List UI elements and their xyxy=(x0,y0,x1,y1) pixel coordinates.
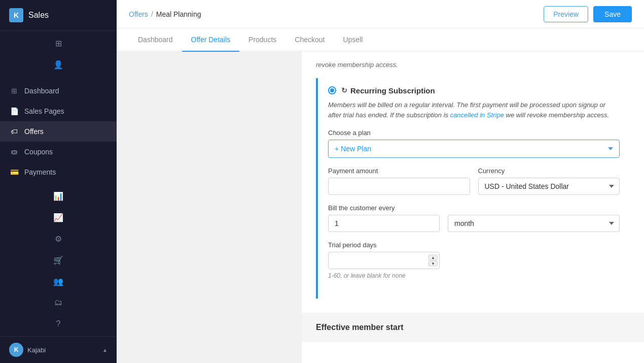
trial-period-label: Trial period days xyxy=(328,241,620,249)
bill-every-group: Bill the customer every month year week xyxy=(328,204,620,232)
cancelled-in-stripe-link[interactable]: cancelled in Stripe xyxy=(450,111,504,119)
sidebar-item-manual-signups[interactable]: ✍ Manual Signups xyxy=(0,182,117,184)
sidebar-item-sales-pages-label: Sales Pages xyxy=(24,107,64,115)
tab-checkout[interactable]: Checkout xyxy=(285,28,334,52)
trial-period-input[interactable] xyxy=(328,252,440,269)
trial-increment-button[interactable]: ▲ xyxy=(428,255,438,260)
payment-amount-input[interactable] xyxy=(328,178,470,195)
recurring-subscription-label: ↻ Recurring Subscription xyxy=(341,86,435,95)
trial-input-wrapper: ▲ ▼ xyxy=(328,252,440,269)
bill-every-row: month year week xyxy=(328,215,620,232)
breadcrumb-current-page: Meal Planning xyxy=(156,10,201,18)
sidebar-item-payments-label: Payments xyxy=(24,168,56,176)
sidebar-user-name: Kajabi xyxy=(27,346,46,354)
topbar-actions: Preview Save xyxy=(544,6,632,22)
form-panel: revoke membership access. ↻ Recurring Su… xyxy=(302,52,644,313)
trial-hint-text: 1-60, or leave blank for none xyxy=(328,272,620,279)
bill-number-input[interactable] xyxy=(328,215,440,232)
sidebar-item-sales-pages[interactable]: 📄 Sales Pages xyxy=(0,101,117,121)
sidebar-icon-growth[interactable]: 📈 xyxy=(0,207,117,227)
sidebar-icon-grid[interactable]: ⊞ xyxy=(0,33,117,53)
sidebar-icon-settings[interactable]: ⚙ xyxy=(0,228,117,249)
payment-amount-label: Payment amount xyxy=(328,167,470,175)
sidebar-icon-strip-top: ⊞ 👤 xyxy=(0,31,117,77)
sidebar-icon-store[interactable]: 🛒 xyxy=(0,250,117,270)
sidebar-item-offers[interactable]: 🏷 Offers xyxy=(0,121,117,142)
sidebar-item-coupons[interactable]: 🎟 Coupons xyxy=(0,142,117,162)
bill-period-select[interactable]: month year week xyxy=(448,215,620,232)
recurring-subscription-section: ↻ Recurring Subscription Members will be… xyxy=(316,78,630,299)
choose-plan-label: Choose a plan xyxy=(328,129,620,137)
trial-decrement-button[interactable]: ▼ xyxy=(428,261,438,267)
top-info-text: revoke membership access. xyxy=(316,60,630,78)
sidebar-logo[interactable]: K Sales xyxy=(0,0,117,31)
tab-upsell[interactable]: Upsell xyxy=(334,28,372,52)
main-area: Offers / Meal Planning Preview Save Dash… xyxy=(117,0,644,363)
dashboard-icon: ⊞ xyxy=(9,86,19,96)
payment-currency-row: Payment amount Currency USD - United Sta… xyxy=(328,167,620,204)
sidebar-icon-community[interactable]: 👥 xyxy=(0,271,117,291)
sidebar-icon-help[interactable]: ? xyxy=(0,314,117,334)
refresh-icon: ↻ xyxy=(341,86,347,94)
sidebar-icon-reports[interactable]: 🗂 xyxy=(0,292,117,313)
payment-amount-group: Payment amount xyxy=(328,167,470,195)
breadcrumb-offers-link[interactable]: Offers xyxy=(129,10,148,18)
content-right-panel: revoke membership access. ↻ Recurring Su… xyxy=(302,52,644,363)
app-name: Sales xyxy=(28,11,49,20)
app-logo-icon: K xyxy=(9,8,23,22)
topbar: Offers / Meal Planning Preview Save xyxy=(117,0,644,28)
sidebar-nav: ⊞ Dashboard 📄 Sales Pages 🏷 Offers 🎟 Cou… xyxy=(0,77,117,184)
offers-icon: 🏷 xyxy=(9,126,19,137)
sidebar-user[interactable]: K Kajabi ▲ xyxy=(0,336,117,363)
trial-period-group: Trial period days ▲ ▼ 1-60, or leave bla… xyxy=(328,241,620,279)
preview-button[interactable]: Preview xyxy=(544,6,588,22)
trial-spinners: ▲ ▼ xyxy=(428,255,438,267)
sidebar-item-offers-label: Offers xyxy=(24,127,44,136)
content-area: revoke membership access. ↻ Recurring Su… xyxy=(117,52,644,363)
currency-group: Currency USD - United States Dollar xyxy=(478,167,620,195)
recurring-subscription-radio[interactable] xyxy=(328,86,336,94)
breadcrumb: Offers / Meal Planning xyxy=(129,10,201,18)
avatar: K xyxy=(9,343,23,357)
chevron-up-icon: ▲ xyxy=(102,347,108,353)
effective-member-start-title: Effective member start xyxy=(316,323,630,332)
sidebar-item-dashboard[interactable]: ⊞ Dashboard xyxy=(0,81,117,101)
radio-row: ↻ Recurring Subscription xyxy=(328,86,620,95)
subscription-description: Members will be billed on a regular inte… xyxy=(328,100,620,121)
save-button[interactable]: Save xyxy=(593,6,632,22)
content-left-panel xyxy=(117,52,302,363)
bill-every-label: Bill the customer every xyxy=(328,204,620,212)
sidebar-item-dashboard-label: Dashboard xyxy=(24,87,59,95)
coupons-icon: 🎟 xyxy=(9,147,19,157)
sidebar-icon-analytics[interactable]: 📊 xyxy=(0,186,117,206)
tab-offer-details[interactable]: Offer Details xyxy=(182,28,240,52)
currency-select[interactable]: USD - United States Dollar xyxy=(478,178,620,195)
sidebar-bottom-icons: 📊 📈 ⚙ 🛒 👥 🗂 ? xyxy=(0,184,117,336)
sidebar-item-coupons-label: Coupons xyxy=(24,148,53,156)
tab-nav: Dashboard Offer Details Products Checkou… xyxy=(117,28,644,52)
sidebar-item-payments[interactable]: 💳 Payments xyxy=(0,162,117,182)
choose-plan-select[interactable]: + New Plan xyxy=(328,140,620,158)
sidebar-icon-person[interactable]: 👤 xyxy=(0,54,117,75)
effective-member-start-section: Effective member start xyxy=(302,313,644,342)
choose-plan-group: Choose a plan + New Plan xyxy=(328,129,620,158)
payments-icon: 💳 xyxy=(9,167,19,177)
sales-pages-icon: 📄 xyxy=(9,106,19,116)
breadcrumb-separator: / xyxy=(151,10,153,18)
sidebar: K Sales ⊞ 👤 ⊞ Dashboard 📄 Sales Pages 🏷 … xyxy=(0,0,117,363)
tab-products[interactable]: Products xyxy=(239,28,285,52)
currency-label: Currency xyxy=(478,167,620,175)
tab-dashboard[interactable]: Dashboard xyxy=(129,28,182,52)
